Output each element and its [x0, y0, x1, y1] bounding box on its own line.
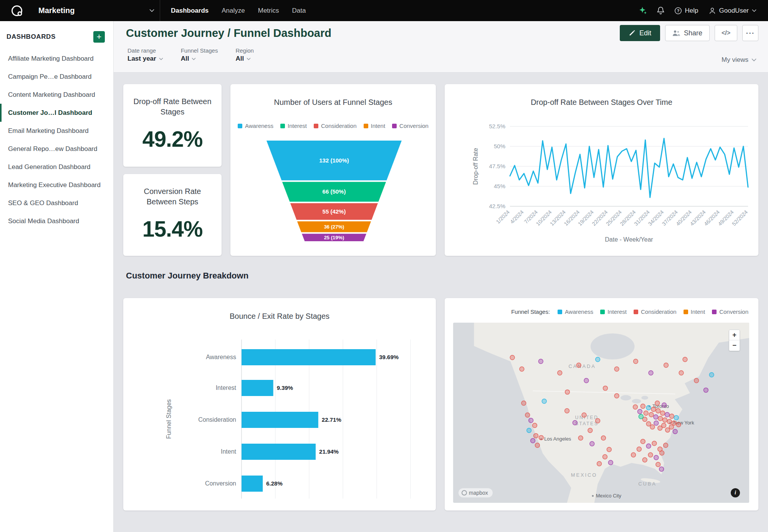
- svg-text:Consideration: Consideration: [198, 416, 236, 423]
- svg-text:42.5%: 42.5%: [489, 203, 505, 209]
- filter-region[interactable]: Region All: [235, 47, 254, 63]
- legend-swatch: [600, 310, 605, 314]
- topbar-right: ? Help GoodUser: [639, 7, 768, 15]
- filter-label: Region: [235, 47, 254, 54]
- zoom-in-button[interactable]: +: [729, 330, 740, 340]
- svg-text:22.71%: 22.71%: [322, 416, 341, 423]
- svg-text:Interest: Interest: [216, 384, 237, 391]
- app-logo: [11, 5, 23, 17]
- sidebar-item-campaign-performance[interactable]: Campaign Pe…e Dashboard: [0, 68, 113, 86]
- filter-label: Funnel Stages: [181, 47, 218, 54]
- share-button[interactable]: Share: [665, 25, 710, 41]
- legend-swatch: [712, 310, 717, 314]
- svg-text:9.39%: 9.39%: [277, 384, 293, 391]
- filter-value: All: [235, 55, 244, 63]
- svg-text:39.69%: 39.69%: [379, 354, 399, 360]
- nav-metrics[interactable]: Metrics: [258, 7, 279, 15]
- kpi-conversion-rate: Conversion Rate Between Steps 15.4%: [123, 174, 222, 256]
- svg-text:52.5%: 52.5%: [489, 123, 505, 129]
- svg-text:Mexico City: Mexico City: [596, 493, 622, 499]
- chevron-down-icon: [159, 58, 163, 60]
- legend-item-intent[interactable]: Intent: [684, 308, 705, 315]
- nav-analyze[interactable]: Analyze: [222, 7, 245, 15]
- my-views-label: My views: [722, 56, 748, 64]
- sidebar-item-social-media[interactable]: Social Media Dashboard: [0, 212, 113, 230]
- help-icon: ?: [674, 7, 682, 15]
- chevron-down-icon: [149, 9, 154, 12]
- topbar: Marketing Dashboards Analyze Metrics Dat…: [0, 0, 768, 21]
- help-menu[interactable]: ? Help: [674, 7, 698, 15]
- legend-item-awareness[interactable]: Awareness: [558, 308, 593, 315]
- sidebar-item-affiliate-marketing[interactable]: Affiliate Marketing Dashboard: [0, 50, 113, 68]
- legend-label: Awareness: [565, 308, 593, 315]
- svg-text:CUBA: CUBA: [638, 481, 657, 487]
- my-views-selector[interactable]: My views: [722, 56, 756, 64]
- svg-text:Awareness: Awareness: [206, 354, 236, 360]
- svg-text:CANADA: CANADA: [568, 363, 596, 369]
- dashboards-sidebar: DASHBOARDS + Affiliate Marketing Dashboa…: [0, 21, 114, 532]
- sidebar-item-content-marketing[interactable]: Content Marketing Dashboard: [0, 86, 113, 104]
- zoom-out-button[interactable]: −: [729, 340, 740, 351]
- map-graphic: CANADAUNITEDSTATESMEXICOCUBATorontoNew Y…: [453, 323, 749, 503]
- filter-value: Last year: [127, 55, 156, 63]
- map-zoom-controls: + −: [729, 330, 740, 351]
- edit-button[interactable]: Edit: [620, 25, 660, 41]
- bounce-rate-bar-chart-card: Bounce / Exit Rate by Stages Awareness39…: [123, 298, 436, 510]
- legend-label: Conversion: [719, 308, 748, 315]
- filter-bar: Date range Last year Funnel Stages All R…: [114, 45, 768, 73]
- svg-text:Drop-off Rate: Drop-off Rate: [472, 148, 479, 185]
- svg-text:Conversion: Conversion: [205, 480, 236, 487]
- funnel-chart: 132 (100%)66 (50%)55 (42%)36 (27%)25 (19…: [230, 84, 436, 256]
- page-header: Customer Journey / Funnel Dashboard Edit…: [114, 21, 768, 45]
- dashboard-list: Affiliate Marketing Dashboard Campaign P…: [0, 50, 113, 230]
- legend-item-consideration[interactable]: Consideration: [634, 308, 677, 315]
- chevron-down-icon: [752, 9, 756, 12]
- workspace-selector[interactable]: Marketing: [0, 0, 160, 21]
- nav-data[interactable]: Data: [292, 7, 306, 15]
- dropoff-line-chart-card: Drop-off Rate Between Stages Over Time 4…: [445, 84, 758, 256]
- sidebar-item-general-report[interactable]: General Repo…ew Dashboard: [0, 140, 113, 158]
- user-menu[interactable]: GoodUser: [708, 7, 756, 15]
- dashboard-main: Customer Journey / Funnel Dashboard Edit…: [114, 21, 768, 532]
- workspace-name: Marketing: [38, 6, 74, 15]
- bar-interest: [242, 380, 273, 396]
- page-title: Customer Journey / Funnel Dashboard: [126, 27, 331, 40]
- svg-text:50%: 50%: [494, 143, 505, 149]
- embed-button[interactable]: </>: [715, 25, 737, 41]
- top-navigation: Dashboards Analyze Metrics Data: [171, 7, 306, 15]
- sidebar-header: DASHBOARDS +: [0, 21, 113, 50]
- mapbox-attribution[interactable]: mapbox: [458, 488, 493, 497]
- legend-swatch: [684, 310, 688, 314]
- more-options-button[interactable]: ···: [742, 25, 758, 41]
- bar-intent: [242, 444, 316, 460]
- share-label: Share: [684, 29, 702, 37]
- legend-label: Intent: [691, 308, 705, 315]
- bar-conversion: [242, 476, 263, 492]
- map-canvas[interactable]: CANADAUNITEDSTATESMEXICOCUBATorontoNew Y…: [453, 323, 749, 503]
- map-legend-title: Funnel Stages:: [511, 308, 550, 315]
- sidebar-item-marketing-executive[interactable]: Marketing Executive Dashboard: [0, 176, 113, 194]
- add-dashboard-button[interactable]: +: [93, 31, 105, 43]
- filter-date-range[interactable]: Date range Last year: [127, 47, 163, 63]
- svg-text:52/2024: 52/2024: [731, 209, 749, 227]
- svg-text:UNITED: UNITED: [575, 415, 599, 420]
- sidebar-item-customer-journey[interactable]: Customer Jo…l Dashboard: [0, 104, 113, 122]
- map-legend: Funnel Stages: AwarenessInterestConsider…: [511, 308, 748, 315]
- chevron-down-icon: [192, 58, 196, 60]
- sidebar-item-email-marketing[interactable]: Email Marketing Dashboard: [0, 122, 113, 140]
- chevron-down-icon: [247, 58, 251, 60]
- mapbox-label: mapbox: [469, 490, 488, 496]
- filter-funnel-stages[interactable]: Funnel Stages All: [181, 47, 218, 63]
- sidebar-item-seo-geo[interactable]: SEO & GEO Dashboard: [0, 194, 113, 212]
- sidebar-item-lead-generation[interactable]: Lead Generation Dashboard: [0, 158, 113, 176]
- pencil-icon: [629, 30, 636, 36]
- map-info-button[interactable]: i: [731, 488, 740, 497]
- svg-text:132 (100%): 132 (100%): [319, 157, 349, 164]
- nav-dashboards[interactable]: Dashboards: [171, 7, 209, 15]
- notifications-bell-icon[interactable]: [657, 7, 664, 15]
- header-actions: Edit Share </> ···: [620, 25, 758, 41]
- kpi-dropoff-rate: Drop-off Rate Between Stages 49.2%: [123, 84, 222, 167]
- legend-item-conversion[interactable]: Conversion: [712, 308, 748, 315]
- legend-item-interest[interactable]: Interest: [600, 308, 627, 315]
- ai-sparkle-icon[interactable]: [639, 7, 647, 15]
